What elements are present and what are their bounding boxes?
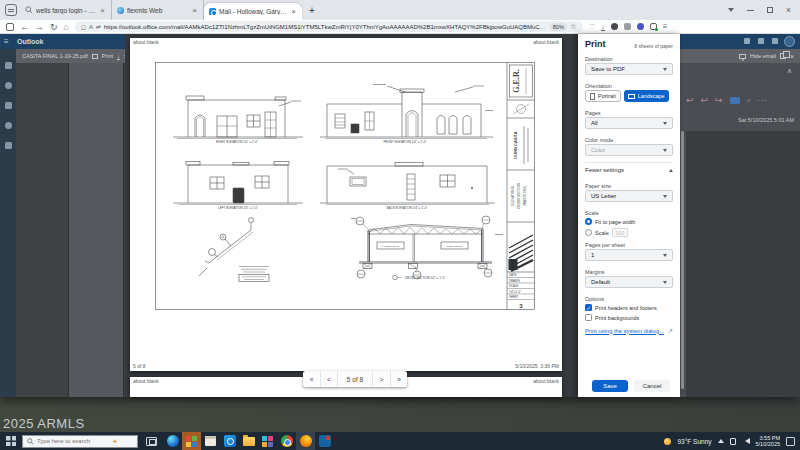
hide-email-button[interactable]: Hide email	[750, 53, 776, 59]
forward-icon[interactable]: →	[35, 22, 44, 32]
chevron-down-icon[interactable]: ∨	[747, 97, 751, 103]
header-icon[interactable]	[744, 38, 750, 44]
radio-selected-icon[interactable]	[585, 218, 592, 225]
page-header-left: about:blank	[133, 39, 159, 45]
color-mode-value: Color	[591, 147, 663, 153]
minimize-button[interactable]	[747, 10, 754, 11]
first-page-button[interactable]: «	[303, 371, 320, 387]
pdf-print-button[interactable]: Print	[102, 53, 113, 59]
weather-text[interactable]: 93°F Sunny	[677, 438, 711, 445]
taskbar-app-edge[interactable]	[163, 432, 182, 450]
start-button[interactable]	[0, 436, 22, 446]
tray-device-icon[interactable]	[730, 438, 736, 445]
tab-close-icon[interactable]: ×	[191, 6, 198, 15]
pages-per-sheet-select[interactable]: 1	[585, 249, 673, 261]
browser-essentials-icon[interactable]	[650, 23, 657, 30]
prev-page-button[interactable]: <	[320, 371, 337, 387]
tab-actions-icon[interactable]	[5, 4, 17, 16]
waste-iso-detail	[199, 218, 269, 282]
close-email-icon[interactable]: ×	[790, 53, 794, 60]
landscape-button[interactable]: Landscape	[624, 90, 669, 102]
forward-icon[interactable]: ↪	[715, 95, 723, 105]
tab-list-chevron-icon[interactable]	[728, 8, 734, 15]
tab-flexmls[interactable]: flexmls Web ×	[112, 0, 204, 20]
settings-menu-icon[interactable]: ≡	[663, 22, 668, 31]
taskbar-app-store[interactable]	[201, 432, 220, 450]
notification-center-icon[interactable]	[786, 437, 795, 446]
tab-close-icon[interactable]: ×	[290, 7, 297, 16]
taskbar-app-chrome[interactable]	[277, 432, 296, 450]
taskbar-clock[interactable]: 3:55 PM 5/10/2025	[756, 435, 780, 448]
system-dialog-link[interactable]: Print using the system dialog...	[585, 328, 664, 334]
reply-icon[interactable]: ↩	[686, 95, 694, 105]
maximize-button[interactable]	[767, 7, 773, 13]
quick-action-icon[interactable]	[730, 97, 740, 104]
collections-icon[interactable]: ♡	[589, 23, 595, 31]
fit-to-page-option[interactable]: Fit to page width	[585, 218, 673, 225]
hamburger-icon[interactable]: ≡	[4, 37, 9, 46]
taskbar-app-teams[interactable]	[315, 432, 334, 450]
mail-icon[interactable]	[5, 62, 12, 69]
taskbar-app-firefox[interactable]	[296, 432, 315, 450]
site-info-icon[interactable]: ◻	[81, 23, 86, 30]
scrollbar[interactable]	[681, 131, 684, 389]
destination-select[interactable]: Save to PDF	[585, 63, 673, 75]
headers-footers-option[interactable]: ✓Print headers and footers	[585, 304, 673, 311]
taskbar-app-active[interactable]	[182, 432, 201, 450]
reply-all-icon[interactable]: ↩	[701, 95, 709, 105]
tab-close-icon[interactable]: ×	[99, 6, 106, 15]
scale-input[interactable]: 100	[612, 228, 628, 237]
extension-icon[interactable]	[624, 23, 631, 30]
radio-icon[interactable]	[585, 229, 592, 236]
taskbar-app-photos[interactable]	[258, 432, 277, 450]
taskbar-search[interactable]: ✦	[22, 435, 138, 448]
search-input[interactable]	[37, 438, 109, 444]
attachments-icon[interactable]	[5, 122, 12, 129]
tab-outlook-active[interactable]: Mail - Holloway, Gary - Outlook ×	[204, 3, 302, 20]
refresh-icon[interactable]: ↻	[50, 22, 58, 32]
collapse-chevron-icon[interactable]: ∧	[787, 67, 792, 75]
popout-icon[interactable]	[780, 53, 786, 59]
avatar[interactable]	[784, 36, 795, 47]
task-view-icon[interactable]	[146, 437, 157, 446]
custom-scale-option[interactable]: Scale100	[585, 228, 673, 237]
envelope-icon	[739, 54, 746, 59]
save-button[interactable]: Save	[592, 380, 628, 392]
calendar-icon[interactable]	[5, 82, 12, 89]
custom-scale-label: Scale	[595, 230, 609, 236]
taskbar: ✦ 93°F Sunny 3:55 PM 5/10/2025	[0, 432, 800, 450]
taskbar-app-outlook[interactable]	[220, 432, 239, 450]
backgrounds-option[interactable]: Print backgrounds	[585, 314, 673, 321]
header-icon[interactable]	[758, 38, 764, 44]
paper-size-select[interactable]: US Letter	[585, 190, 673, 202]
close-window-button[interactable]: ×	[786, 6, 791, 15]
fewer-settings-toggle[interactable]: Fewer settings	[585, 167, 673, 173]
url-bar[interactable]: ◻ A ⇄ https://outlook.office.com/mail/AA…	[75, 21, 583, 32]
extension-icon[interactable]	[611, 23, 618, 30]
favorite-star-icon[interactable]: ☆	[570, 22, 577, 31]
apps-icon[interactable]	[5, 142, 12, 149]
page-header-right: about:blank	[533, 378, 559, 384]
tab-search-icon[interactable]	[6, 23, 14, 31]
next-page-button[interactable]: >	[373, 371, 390, 387]
back-icon[interactable]: ←	[20, 22, 29, 32]
downloads-icon[interactable]: ↓	[601, 23, 605, 31]
new-tab-button[interactable]: +	[309, 5, 315, 16]
more-actions-icon[interactable]: ···	[757, 97, 767, 104]
zoom-badge[interactable]: 80%	[550, 23, 567, 31]
tray-expand-icon[interactable]	[718, 436, 724, 443]
people-icon[interactable]	[5, 102, 12, 109]
last-page-button[interactable]: »	[390, 371, 407, 387]
checkbox-icon[interactable]	[585, 314, 592, 321]
home-icon[interactable]: ⌂	[64, 22, 69, 32]
portrait-button[interactable]: Portrait	[585, 90, 621, 102]
pages-select[interactable]: All	[585, 117, 673, 129]
taskbar-app-explorer[interactable]	[239, 432, 258, 450]
tray-speaker-icon[interactable]	[742, 438, 750, 444]
checkbox-checked-icon[interactable]: ✓	[585, 304, 592, 311]
tab-wells-fargo[interactable]: wells fargo login - Search ×	[20, 0, 112, 20]
extension-icon[interactable]	[637, 23, 644, 30]
cancel-button[interactable]: Cancel	[634, 380, 670, 392]
margins-select[interactable]: Default	[585, 276, 673, 288]
header-icon[interactable]	[772, 38, 778, 44]
